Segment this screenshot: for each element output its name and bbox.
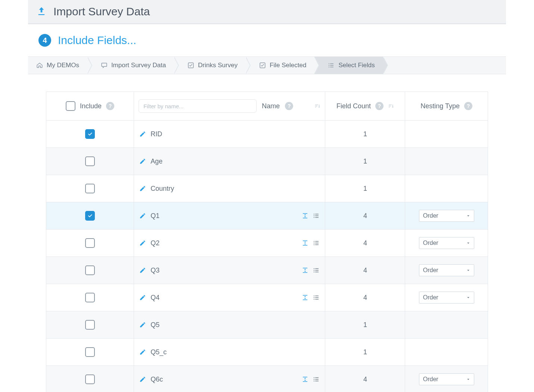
breadcrumb-label: Select Fields xyxy=(338,62,375,69)
list-icon[interactable] xyxy=(313,267,320,274)
nesting-type-select[interactable]: Order xyxy=(419,373,474,385)
pencil-icon[interactable] xyxy=(139,131,146,137)
table-row: Country1 xyxy=(46,175,488,202)
pencil-icon[interactable] xyxy=(139,185,146,192)
field-count: 1 xyxy=(363,348,367,356)
include-all-checkbox[interactable] xyxy=(66,101,75,111)
nesting-type-value: Order xyxy=(423,267,438,274)
sort-icon[interactable] xyxy=(314,103,320,109)
nesting-type-select[interactable]: Order xyxy=(419,210,474,222)
breadcrumb: My DEMOsImport Survey DataDrinks SurveyF… xyxy=(28,56,506,74)
nesting-type-select[interactable]: Order xyxy=(419,264,474,276)
pencil-icon[interactable] xyxy=(139,294,146,301)
field-count: 1 xyxy=(363,321,367,329)
page-title: Import Survey Data xyxy=(53,5,150,18)
sort-icon[interactable] xyxy=(388,103,394,109)
field-name: Country xyxy=(150,185,174,193)
breadcrumb-label: Drinks Survey xyxy=(198,62,237,69)
chevron-down-icon xyxy=(466,377,471,382)
include-checkbox[interactable] xyxy=(85,211,95,221)
step-badge: 4 xyxy=(38,34,51,47)
name-filter-input[interactable] xyxy=(139,99,257,113)
table-row: Age1 xyxy=(46,148,488,175)
list-icon[interactable] xyxy=(313,212,320,219)
fields-table: Include ? Name ? xyxy=(46,91,488,392)
breadcrumb-item[interactable]: Select Fields xyxy=(314,57,383,74)
table-row: Q51 xyxy=(46,311,488,339)
nesting-type-select[interactable]: Order xyxy=(419,237,474,249)
breadcrumb-label: File Selected xyxy=(270,62,306,69)
list-icon[interactable] xyxy=(313,294,320,301)
field-count: 1 xyxy=(363,185,367,192)
col-name-label: Name xyxy=(262,102,280,110)
include-checkbox[interactable] xyxy=(85,293,95,302)
expand-icon[interactable] xyxy=(302,212,308,219)
field-name: Age xyxy=(150,158,162,165)
include-checkbox[interactable] xyxy=(85,320,95,330)
field-count: 4 xyxy=(363,376,367,383)
table-row: Q6c4Order xyxy=(46,366,488,392)
expand-icon[interactable] xyxy=(302,240,308,246)
breadcrumb-item[interactable]: Import Survey Data xyxy=(87,57,174,74)
expand-icon[interactable] xyxy=(302,376,308,383)
upload-icon xyxy=(36,6,47,17)
help-icon[interactable]: ? xyxy=(375,102,384,110)
include-checkbox[interactable] xyxy=(85,238,95,248)
table-row: Q24Order xyxy=(46,230,488,257)
col-include-header: Include ? xyxy=(46,92,134,121)
help-icon[interactable]: ? xyxy=(285,102,293,110)
pencil-icon[interactable] xyxy=(139,240,146,246)
col-include-label: Include xyxy=(80,102,102,110)
chevron-down-icon xyxy=(466,240,471,246)
chat-icon xyxy=(101,62,108,69)
help-icon[interactable]: ? xyxy=(464,102,472,110)
pencil-icon[interactable] xyxy=(139,212,146,219)
nesting-type-value: Order xyxy=(423,294,438,301)
field-name: Q6c xyxy=(150,376,163,383)
expand-icon[interactable] xyxy=(302,294,308,301)
field-count: 1 xyxy=(363,130,367,138)
field-count: 1 xyxy=(363,158,367,165)
pencil-icon[interactable] xyxy=(139,267,146,274)
breadcrumb-label: My DEMOs xyxy=(47,62,79,69)
field-name: RID xyxy=(150,130,162,138)
include-checkbox[interactable] xyxy=(85,129,95,139)
field-count: 4 xyxy=(363,294,367,301)
chevron-down-icon xyxy=(466,213,471,218)
breadcrumb-item[interactable]: My DEMOs xyxy=(28,57,87,74)
field-name: Q3 xyxy=(150,267,159,274)
pencil-icon[interactable] xyxy=(139,321,146,328)
nesting-type-value: Order xyxy=(423,240,438,246)
section-title: Include Fields... xyxy=(58,34,136,47)
include-checkbox[interactable] xyxy=(85,374,95,384)
chevron-down-icon xyxy=(466,295,471,300)
check-icon xyxy=(187,62,194,69)
include-checkbox[interactable] xyxy=(85,184,95,193)
app-header: Import Survey Data xyxy=(28,0,506,24)
field-name: Q2 xyxy=(150,239,159,247)
home-icon xyxy=(36,62,43,69)
field-name: Q5 xyxy=(150,321,159,329)
pencil-icon[interactable] xyxy=(139,158,146,165)
include-checkbox[interactable] xyxy=(85,347,95,357)
pencil-icon[interactable] xyxy=(139,349,146,355)
section-header: 4 Include Fields... xyxy=(28,24,506,56)
breadcrumb-item[interactable]: File Selected xyxy=(246,57,314,74)
field-count: 4 xyxy=(363,239,367,247)
col-nesting-header: Nesting Type ? xyxy=(405,92,488,121)
list-icon[interactable] xyxy=(313,240,320,246)
breadcrumb-item[interactable]: Drinks Survey xyxy=(174,57,246,74)
col-nesting-label: Nesting Type xyxy=(420,102,460,110)
help-icon[interactable]: ? xyxy=(106,102,114,110)
list-icon[interactable] xyxy=(313,376,320,383)
col-count-header: Field Count ? xyxy=(325,92,405,121)
include-checkbox[interactable] xyxy=(85,265,95,275)
nesting-type-select[interactable]: Order xyxy=(419,292,474,304)
pencil-icon[interactable] xyxy=(139,376,146,383)
expand-icon[interactable] xyxy=(302,267,308,274)
chevron-down-icon xyxy=(466,268,471,273)
col-count-label: Field Count xyxy=(336,102,371,110)
field-count: 4 xyxy=(363,267,367,274)
list-icon xyxy=(328,62,335,69)
include-checkbox[interactable] xyxy=(85,156,95,166)
